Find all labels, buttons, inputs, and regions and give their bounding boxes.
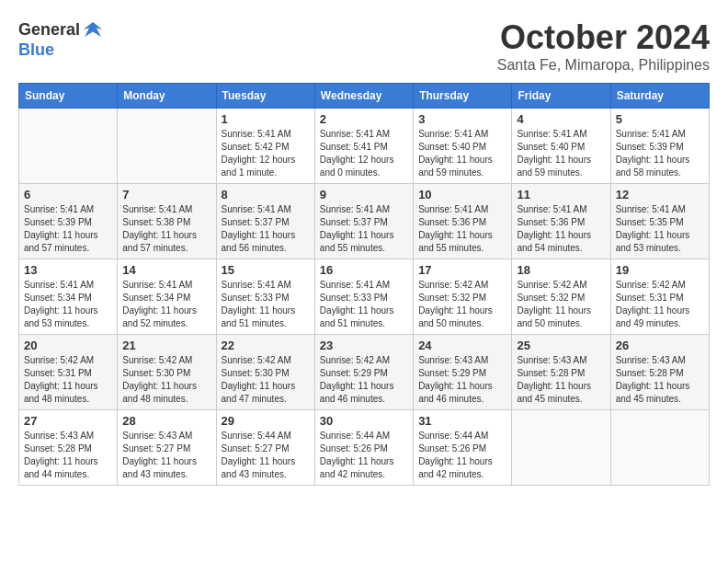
calendar-day-cell: 5Sunrise: 5:41 AM Sunset: 5:39 PM Daylig… bbox=[610, 109, 709, 184]
calendar-day-cell: 20Sunrise: 5:42 AM Sunset: 5:31 PM Dayli… bbox=[19, 335, 118, 410]
calendar-day-cell: 11Sunrise: 5:41 AM Sunset: 5:36 PM Dayli… bbox=[512, 184, 610, 259]
calendar-day-cell: 25Sunrise: 5:43 AM Sunset: 5:28 PM Dayli… bbox=[512, 335, 610, 410]
day-info: Sunrise: 5:41 AM Sunset: 5:33 PM Dayligh… bbox=[320, 279, 408, 330]
day-number: 15 bbox=[222, 263, 310, 277]
day-number: 7 bbox=[122, 188, 210, 201]
day-number: 17 bbox=[418, 263, 506, 277]
calendar-day-cell: 24Sunrise: 5:43 AM Sunset: 5:29 PM Dayli… bbox=[414, 335, 512, 410]
page-header: General Blue October 2024 Santa Fe, Mima… bbox=[18, 18, 710, 74]
calendar-day-cell: 15Sunrise: 5:41 AM Sunset: 5:33 PM Dayli… bbox=[216, 259, 314, 335]
title-block: October 2024 Santa Fe, Mimaropa, Philipp… bbox=[497, 18, 710, 74]
calendar-day-cell: 27Sunrise: 5:43 AM Sunset: 5:28 PM Dayli… bbox=[19, 410, 118, 486]
day-number: 12 bbox=[616, 188, 704, 201]
calendar-week-row: 27Sunrise: 5:43 AM Sunset: 5:28 PM Dayli… bbox=[19, 410, 710, 486]
day-info: Sunrise: 5:44 AM Sunset: 5:27 PM Dayligh… bbox=[222, 430, 310, 481]
day-info: Sunrise: 5:42 AM Sunset: 5:31 PM Dayligh… bbox=[616, 279, 704, 330]
day-info: Sunrise: 5:41 AM Sunset: 5:34 PM Dayligh… bbox=[122, 279, 210, 330]
calendar-day-cell: 12Sunrise: 5:41 AM Sunset: 5:35 PM Dayli… bbox=[610, 184, 709, 259]
calendar-day-cell: 29Sunrise: 5:44 AM Sunset: 5:27 PM Dayli… bbox=[216, 410, 314, 486]
svg-marker-0 bbox=[84, 22, 103, 37]
day-header-sunday: Sunday bbox=[19, 84, 118, 109]
day-number: 13 bbox=[24, 263, 112, 277]
calendar-day-cell: 14Sunrise: 5:41 AM Sunset: 5:34 PM Dayli… bbox=[118, 259, 216, 335]
calendar-day-cell: 26Sunrise: 5:43 AM Sunset: 5:28 PM Dayli… bbox=[610, 335, 709, 410]
calendar-day-cell bbox=[512, 410, 610, 486]
calendar-day-cell: 4Sunrise: 5:41 AM Sunset: 5:40 PM Daylig… bbox=[512, 109, 610, 184]
month-title: October 2024 bbox=[497, 18, 710, 57]
day-number: 11 bbox=[517, 188, 605, 201]
day-number: 2 bbox=[320, 112, 408, 126]
day-number: 14 bbox=[122, 263, 210, 277]
calendar-day-cell: 17Sunrise: 5:42 AM Sunset: 5:32 PM Dayli… bbox=[414, 259, 512, 335]
day-number: 16 bbox=[320, 263, 408, 277]
calendar-day-cell: 30Sunrise: 5:44 AM Sunset: 5:26 PM Dayli… bbox=[314, 410, 413, 486]
day-info: Sunrise: 5:42 AM Sunset: 5:30 PM Dayligh… bbox=[222, 354, 310, 406]
day-number: 3 bbox=[418, 112, 506, 126]
day-info: Sunrise: 5:41 AM Sunset: 5:36 PM Dayligh… bbox=[517, 203, 605, 255]
day-number: 25 bbox=[517, 339, 605, 352]
day-info: Sunrise: 5:42 AM Sunset: 5:30 PM Dayligh… bbox=[122, 354, 210, 406]
day-number: 1 bbox=[222, 112, 310, 126]
calendar-header-row: SundayMondayTuesdayWednesdayThursdayFrid… bbox=[19, 84, 710, 109]
calendar-day-cell: 16Sunrise: 5:41 AM Sunset: 5:33 PM Dayli… bbox=[314, 259, 413, 335]
day-number: 20 bbox=[24, 339, 112, 352]
day-number: 24 bbox=[418, 339, 506, 352]
calendar-day-cell: 6Sunrise: 5:41 AM Sunset: 5:39 PM Daylig… bbox=[19, 184, 118, 259]
day-info: Sunrise: 5:43 AM Sunset: 5:28 PM Dayligh… bbox=[616, 354, 704, 406]
calendar-day-cell: 23Sunrise: 5:42 AM Sunset: 5:29 PM Dayli… bbox=[314, 335, 413, 410]
day-info: Sunrise: 5:42 AM Sunset: 5:32 PM Dayligh… bbox=[517, 279, 605, 330]
day-info: Sunrise: 5:41 AM Sunset: 5:37 PM Dayligh… bbox=[222, 203, 310, 255]
day-info: Sunrise: 5:41 AM Sunset: 5:42 PM Dayligh… bbox=[222, 128, 310, 179]
day-info: Sunrise: 5:41 AM Sunset: 5:34 PM Dayligh… bbox=[24, 279, 112, 330]
day-number: 29 bbox=[222, 414, 310, 428]
calendar-day-cell: 2Sunrise: 5:41 AM Sunset: 5:41 PM Daylig… bbox=[314, 109, 413, 184]
calendar-day-cell: 3Sunrise: 5:41 AM Sunset: 5:40 PM Daylig… bbox=[414, 109, 512, 184]
day-info: Sunrise: 5:41 AM Sunset: 5:40 PM Dayligh… bbox=[517, 128, 605, 179]
day-number: 30 bbox=[320, 414, 408, 428]
day-info: Sunrise: 5:41 AM Sunset: 5:41 PM Dayligh… bbox=[320, 128, 408, 179]
day-info: Sunrise: 5:43 AM Sunset: 5:27 PM Dayligh… bbox=[122, 430, 210, 481]
calendar-day-cell: 10Sunrise: 5:41 AM Sunset: 5:36 PM Dayli… bbox=[414, 184, 512, 259]
calendar-day-cell: 18Sunrise: 5:42 AM Sunset: 5:32 PM Dayli… bbox=[512, 259, 610, 335]
day-info: Sunrise: 5:41 AM Sunset: 5:36 PM Dayligh… bbox=[418, 203, 506, 255]
calendar-day-cell bbox=[118, 109, 216, 184]
day-info: Sunrise: 5:42 AM Sunset: 5:32 PM Dayligh… bbox=[418, 279, 506, 330]
day-number: 27 bbox=[24, 414, 112, 428]
calendar-day-cell: 22Sunrise: 5:42 AM Sunset: 5:30 PM Dayli… bbox=[216, 335, 314, 410]
logo: General Blue bbox=[18, 18, 104, 60]
day-info: Sunrise: 5:44 AM Sunset: 5:26 PM Dayligh… bbox=[320, 430, 408, 481]
day-info: Sunrise: 5:44 AM Sunset: 5:26 PM Dayligh… bbox=[418, 430, 506, 481]
day-number: 4 bbox=[517, 112, 605, 126]
calendar-week-row: 6Sunrise: 5:41 AM Sunset: 5:39 PM Daylig… bbox=[19, 184, 710, 259]
logo-general-text: General bbox=[18, 20, 80, 40]
calendar-day-cell: 1Sunrise: 5:41 AM Sunset: 5:42 PM Daylig… bbox=[216, 109, 314, 184]
logo-bird-icon bbox=[82, 18, 104, 40]
day-number: 28 bbox=[122, 414, 210, 428]
day-info: Sunrise: 5:43 AM Sunset: 5:28 PM Dayligh… bbox=[24, 430, 112, 481]
day-info: Sunrise: 5:41 AM Sunset: 5:38 PM Dayligh… bbox=[122, 203, 210, 255]
day-header-tuesday: Tuesday bbox=[216, 84, 314, 109]
day-number: 18 bbox=[517, 263, 605, 277]
calendar-day-cell: 28Sunrise: 5:43 AM Sunset: 5:27 PM Dayli… bbox=[118, 410, 216, 486]
calendar-week-row: 1Sunrise: 5:41 AM Sunset: 5:42 PM Daylig… bbox=[19, 109, 710, 184]
day-info: Sunrise: 5:43 AM Sunset: 5:28 PM Dayligh… bbox=[517, 354, 605, 406]
calendar-day-cell bbox=[610, 410, 709, 486]
day-info: Sunrise: 5:41 AM Sunset: 5:39 PM Dayligh… bbox=[616, 128, 704, 179]
day-number: 19 bbox=[616, 263, 704, 277]
day-info: Sunrise: 5:41 AM Sunset: 5:35 PM Dayligh… bbox=[616, 203, 704, 255]
calendar-day-cell: 19Sunrise: 5:42 AM Sunset: 5:31 PM Dayli… bbox=[610, 259, 709, 335]
calendar-day-cell: 21Sunrise: 5:42 AM Sunset: 5:30 PM Dayli… bbox=[118, 335, 216, 410]
calendar-day-cell: 31Sunrise: 5:44 AM Sunset: 5:26 PM Dayli… bbox=[414, 410, 512, 486]
day-number: 26 bbox=[616, 339, 704, 352]
calendar-table: SundayMondayTuesdayWednesdayThursdayFrid… bbox=[18, 83, 710, 486]
day-info: Sunrise: 5:43 AM Sunset: 5:29 PM Dayligh… bbox=[418, 354, 506, 406]
day-info: Sunrise: 5:41 AM Sunset: 5:37 PM Dayligh… bbox=[320, 203, 408, 255]
day-info: Sunrise: 5:41 AM Sunset: 5:39 PM Dayligh… bbox=[24, 203, 112, 255]
day-number: 10 bbox=[418, 188, 506, 201]
day-header-saturday: Saturday bbox=[610, 84, 709, 109]
day-number: 9 bbox=[320, 188, 408, 201]
day-header-friday: Friday bbox=[512, 84, 610, 109]
calendar-week-row: 20Sunrise: 5:42 AM Sunset: 5:31 PM Dayli… bbox=[19, 335, 710, 410]
day-info: Sunrise: 5:42 AM Sunset: 5:31 PM Dayligh… bbox=[24, 354, 112, 406]
calendar-day-cell bbox=[19, 109, 118, 184]
